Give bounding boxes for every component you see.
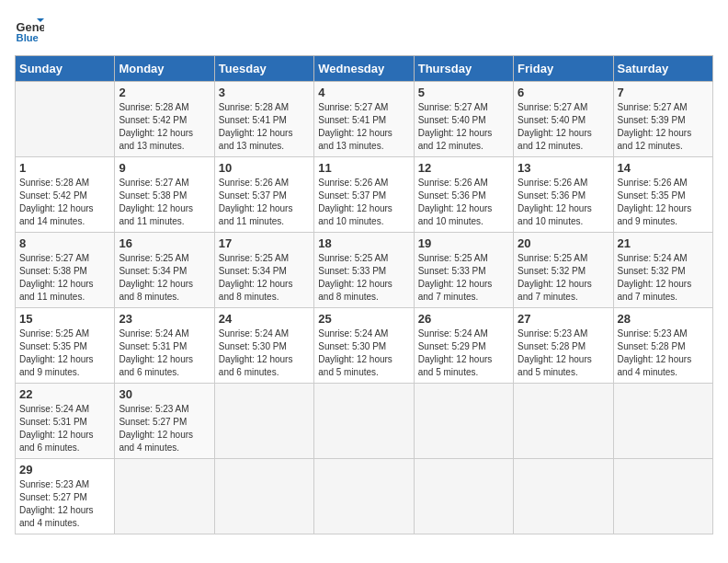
day-details: Sunrise: 5:25 AMSunset: 5:34 PMDaylight:… xyxy=(119,252,210,304)
calendar-cell: 18 Sunrise: 5:25 AMSunset: 5:33 PMDaylig… xyxy=(314,233,414,308)
day-number: 21 xyxy=(618,236,709,250)
day-details: Sunrise: 5:23 AMSunset: 5:27 PMDaylight:… xyxy=(119,403,210,454)
calendar-cell: 28 Sunrise: 5:23 AMSunset: 5:28 PMDaylig… xyxy=(613,308,712,384)
calendar-week-row: 2 Sunrise: 5:28 AMSunset: 5:42 PMDayligh… xyxy=(16,82,713,157)
calendar-cell: 24 Sunrise: 5:24 AMSunset: 5:30 PMDaylig… xyxy=(214,308,313,384)
day-details: Sunrise: 5:25 AMSunset: 5:32 PMDaylight:… xyxy=(518,252,609,304)
day-details: Sunrise: 5:26 AMSunset: 5:37 PMDaylight:… xyxy=(219,177,310,228)
day-number: 1 xyxy=(19,161,110,175)
day-number: 23 xyxy=(119,312,210,326)
header-monday: Monday xyxy=(115,56,214,82)
day-number: 9 xyxy=(119,161,210,175)
day-details: Sunrise: 5:23 AMSunset: 5:28 PMDaylight:… xyxy=(518,327,609,379)
day-number: 28 xyxy=(618,312,709,326)
calendar-cell: 29 Sunrise: 5:23 AMSunset: 5:27 PMDaylig… xyxy=(16,459,115,534)
calendar-cell: 17 Sunrise: 5:25 AMSunset: 5:34 PMDaylig… xyxy=(214,233,313,308)
calendar-cell xyxy=(214,384,313,459)
calendar-cell: 21 Sunrise: 5:24 AMSunset: 5:32 PMDaylig… xyxy=(613,233,712,308)
calendar-cell: 7 Sunrise: 5:27 AMSunset: 5:39 PMDayligh… xyxy=(613,82,712,157)
day-details: Sunrise: 5:24 AMSunset: 5:31 PMDaylight:… xyxy=(19,403,110,454)
day-number: 17 xyxy=(219,236,310,250)
day-number: 20 xyxy=(518,236,609,250)
header-wednesday: Wednesday xyxy=(314,56,414,82)
calendar-cell: 14 Sunrise: 5:26 AMSunset: 5:35 PMDaylig… xyxy=(613,157,712,233)
day-number: 7 xyxy=(618,86,709,99)
calendar-cell: 27 Sunrise: 5:23 AMSunset: 5:28 PMDaylig… xyxy=(514,308,613,384)
day-number: 29 xyxy=(19,463,110,477)
day-details: Sunrise: 5:27 AMSunset: 5:40 PMDaylight:… xyxy=(518,101,609,153)
calendar-cell: 15 Sunrise: 5:25 AMSunset: 5:35 PMDaylig… xyxy=(16,308,115,384)
day-details: Sunrise: 5:25 AMSunset: 5:34 PMDaylight:… xyxy=(219,252,310,304)
day-details: Sunrise: 5:24 AMSunset: 5:30 PMDaylight:… xyxy=(219,327,310,379)
day-number: 11 xyxy=(318,161,409,175)
calendar-cell: 6 Sunrise: 5:27 AMSunset: 5:40 PMDayligh… xyxy=(514,82,613,157)
logo-icon: General Blue xyxy=(15,15,44,44)
calendar-cell xyxy=(514,384,613,459)
calendar-table: SundayMondayTuesdayWednesdayThursdayFrid… xyxy=(15,55,713,534)
day-details: Sunrise: 5:26 AMSunset: 5:35 PMDaylight:… xyxy=(618,177,709,228)
calendar-cell: 25 Sunrise: 5:24 AMSunset: 5:30 PMDaylig… xyxy=(314,308,414,384)
calendar-cell xyxy=(314,384,414,459)
calendar-week-row: 15 Sunrise: 5:25 AMSunset: 5:35 PMDaylig… xyxy=(16,308,713,384)
calendar-week-row: 1 Sunrise: 5:28 AMSunset: 5:42 PMDayligh… xyxy=(16,157,713,233)
day-details: Sunrise: 5:27 AMSunset: 5:38 PMDaylight:… xyxy=(19,252,110,304)
calendar-cell: 8 Sunrise: 5:27 AMSunset: 5:38 PMDayligh… xyxy=(16,233,115,308)
logo: General Blue xyxy=(15,15,48,44)
calendar-week-row: 8 Sunrise: 5:27 AMSunset: 5:38 PMDayligh… xyxy=(16,233,713,308)
calendar-cell xyxy=(514,459,613,534)
day-number: 13 xyxy=(518,161,609,175)
header-saturday: Saturday xyxy=(613,56,712,82)
day-number: 25 xyxy=(318,312,409,326)
day-details: Sunrise: 5:25 AMSunset: 5:35 PMDaylight:… xyxy=(19,327,110,379)
calendar-cell: 13 Sunrise: 5:26 AMSunset: 5:36 PMDaylig… xyxy=(514,157,613,233)
day-number: 5 xyxy=(418,86,509,99)
day-details: Sunrise: 5:27 AMSunset: 5:41 PMDaylight:… xyxy=(318,101,409,153)
day-details: Sunrise: 5:24 AMSunset: 5:30 PMDaylight:… xyxy=(318,327,409,379)
calendar-cell: 23 Sunrise: 5:24 AMSunset: 5:31 PMDaylig… xyxy=(115,308,214,384)
calendar-cell xyxy=(214,459,313,534)
day-details: Sunrise: 5:24 AMSunset: 5:29 PMDaylight:… xyxy=(418,327,509,379)
day-number: 16 xyxy=(119,236,210,250)
day-details: Sunrise: 5:25 AMSunset: 5:33 PMDaylight:… xyxy=(318,252,409,304)
calendar-cell xyxy=(414,459,513,534)
calendar-cell xyxy=(314,459,414,534)
day-number: 22 xyxy=(19,387,110,401)
day-number: 4 xyxy=(318,86,409,99)
day-number: 12 xyxy=(418,161,509,175)
day-number: 8 xyxy=(19,236,110,250)
day-details: Sunrise: 5:23 AMSunset: 5:27 PMDaylight:… xyxy=(19,478,110,530)
day-details: Sunrise: 5:27 AMSunset: 5:39 PMDaylight:… xyxy=(618,101,709,153)
day-details: Sunrise: 5:28 AMSunset: 5:41 PMDaylight:… xyxy=(219,101,310,153)
day-details: Sunrise: 5:24 AMSunset: 5:31 PMDaylight:… xyxy=(119,327,210,379)
calendar-cell xyxy=(414,384,513,459)
calendar-cell xyxy=(613,459,712,534)
page-header: General Blue xyxy=(15,15,713,44)
calendar-cell: 26 Sunrise: 5:24 AMSunset: 5:29 PMDaylig… xyxy=(414,308,513,384)
calendar-cell: 30 Sunrise: 5:23 AMSunset: 5:27 PMDaylig… xyxy=(115,384,214,459)
day-details: Sunrise: 5:24 AMSunset: 5:32 PMDaylight:… xyxy=(618,252,709,304)
day-number: 19 xyxy=(418,236,509,250)
calendar-cell: 5 Sunrise: 5:27 AMSunset: 5:40 PMDayligh… xyxy=(414,82,513,157)
calendar-header-row: SundayMondayTuesdayWednesdayThursdayFrid… xyxy=(16,56,713,82)
header-thursday: Thursday xyxy=(414,56,513,82)
day-details: Sunrise: 5:26 AMSunset: 5:36 PMDaylight:… xyxy=(418,177,509,228)
calendar-cell: 20 Sunrise: 5:25 AMSunset: 5:32 PMDaylig… xyxy=(514,233,613,308)
calendar-cell: 2 Sunrise: 5:28 AMSunset: 5:42 PMDayligh… xyxy=(115,82,214,157)
day-number: 14 xyxy=(618,161,709,175)
calendar-cell: 22 Sunrise: 5:24 AMSunset: 5:31 PMDaylig… xyxy=(16,384,115,459)
calendar-cell: 19 Sunrise: 5:25 AMSunset: 5:33 PMDaylig… xyxy=(414,233,513,308)
calendar-week-row: 22 Sunrise: 5:24 AMSunset: 5:31 PMDaylig… xyxy=(16,384,713,459)
calendar-week-row: 29 Sunrise: 5:23 AMSunset: 5:27 PMDaylig… xyxy=(16,459,713,534)
calendar-cell xyxy=(613,384,712,459)
calendar-cell: 11 Sunrise: 5:26 AMSunset: 5:37 PMDaylig… xyxy=(314,157,414,233)
day-details: Sunrise: 5:26 AMSunset: 5:36 PMDaylight:… xyxy=(518,177,609,228)
calendar-cell xyxy=(115,459,214,534)
day-number: 6 xyxy=(518,86,609,99)
day-details: Sunrise: 5:28 AMSunset: 5:42 PMDaylight:… xyxy=(119,101,210,153)
day-number: 15 xyxy=(19,312,110,326)
calendar-cell: 4 Sunrise: 5:27 AMSunset: 5:41 PMDayligh… xyxy=(314,82,414,157)
calendar-cell: 9 Sunrise: 5:27 AMSunset: 5:38 PMDayligh… xyxy=(115,157,214,233)
calendar-cell xyxy=(16,82,115,157)
day-number: 26 xyxy=(418,312,509,326)
day-details: Sunrise: 5:27 AMSunset: 5:40 PMDaylight:… xyxy=(418,101,509,153)
